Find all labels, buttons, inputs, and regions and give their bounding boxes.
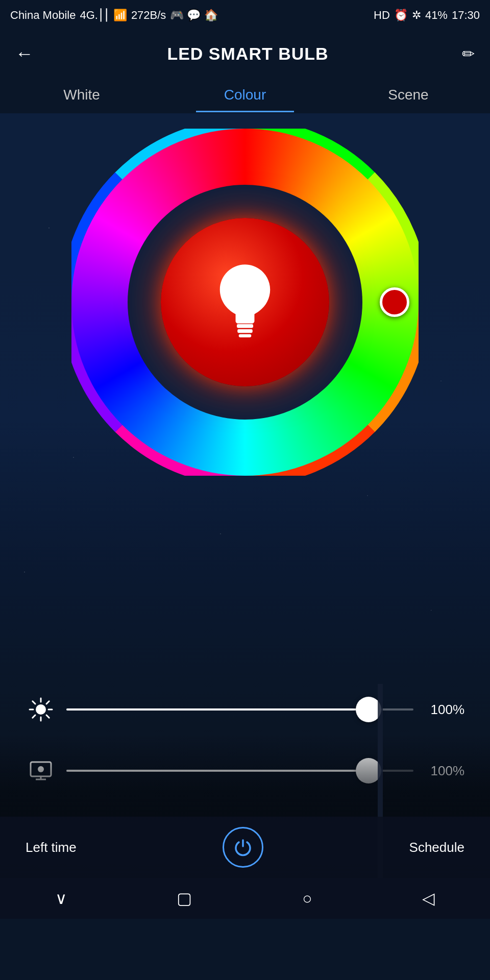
edit-button[interactable]: ✏ (462, 45, 475, 63)
color-handle[interactable] (380, 287, 409, 317)
brightness-icon (26, 694, 56, 725)
page-title: LED SMART BULB (167, 44, 328, 64)
speed-text: 272B/s (131, 9, 166, 22)
svg-rect-2 (237, 329, 253, 333)
nav-back-icon[interactable]: ∨ (55, 889, 67, 908)
time-text: 17:30 (452, 9, 480, 22)
svg-line-10 (46, 715, 49, 718)
bulb-icon (212, 261, 278, 343)
svg-line-9 (33, 701, 35, 704)
svg-line-12 (33, 715, 35, 718)
back-button[interactable]: ← (15, 43, 34, 64)
nav-home-icon[interactable]: ○ (302, 889, 312, 908)
tab-scene[interactable]: Scene (327, 78, 490, 112)
power-button[interactable] (223, 827, 263, 868)
status-bar: China Mobile 4G.⎮⎮ 📶 272B/s 🎮 💬 🏠 HD ⏰ ✲… (0, 0, 490, 31)
battery-text: 41% (425, 9, 448, 22)
wifi-icon: 📶 (113, 9, 127, 22)
svg-point-4 (36, 704, 46, 715)
signal-icon: 4G.⎮⎮ (80, 9, 109, 22)
nav-prev-icon[interactable]: ◁ (422, 889, 435, 908)
bottom-action-bar: Left time Schedule (0, 817, 490, 878)
schedule-button[interactable]: Schedule (409, 840, 464, 855)
brightness-value: 100% (424, 702, 464, 718)
hd-badge: HD (374, 9, 390, 22)
main-content: 100% 100% Left ti (0, 113, 490, 878)
svg-line-11 (46, 701, 49, 704)
extra-icons: 🎮 💬 🏠 (170, 9, 217, 22)
header: ← LED SMART BULB ✏ (0, 31, 490, 77)
status-right: HD ⏰ ✲ 41% 17:30 (374, 9, 480, 22)
tabs-bar: White Colour Scene (0, 77, 490, 113)
alarm-icon: ⏰ (394, 9, 408, 22)
carrier-text: China Mobile (10, 9, 76, 22)
color-wheel-container[interactable] (71, 129, 419, 476)
brightness-slider-row: 100% (26, 694, 464, 725)
status-left: China Mobile 4G.⎮⎮ 📶 272B/s 🎮 💬 🏠 (10, 9, 218, 22)
nav-square-icon[interactable]: ▢ (177, 889, 192, 908)
center-circle[interactable] (161, 218, 329, 386)
svg-rect-1 (237, 324, 253, 328)
svg-rect-3 (239, 334, 252, 337)
tab-white[interactable]: White (0, 78, 163, 112)
brightness-track[interactable] (66, 708, 413, 710)
nav-bar: ∨ ▢ ○ ◁ (0, 878, 490, 919)
tab-colour[interactable]: Colour (163, 78, 327, 112)
bluetooth-icon: ✲ (412, 9, 421, 22)
left-time-button[interactable]: Left time (26, 840, 77, 855)
